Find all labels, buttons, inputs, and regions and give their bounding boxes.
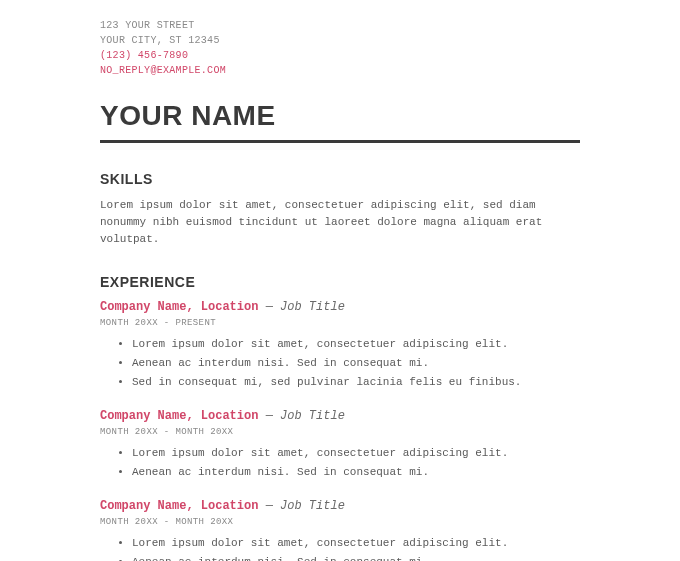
entry-company: Company Name, Location xyxy=(100,300,258,314)
contact-phone: (123) 456-7890 xyxy=(100,48,580,63)
experience-section: EXPERIENCE Company Name, Location — Job … xyxy=(100,274,580,561)
entry-company: Company Name, Location xyxy=(100,499,258,513)
entry-job-title: Job Title xyxy=(280,499,345,513)
bullet-item: Lorem ipsum dolor sit amet, consectetuer… xyxy=(132,535,580,552)
entry-dash: — xyxy=(258,499,280,513)
entry-dates: MONTH 20XX - MONTH 20XX xyxy=(100,517,580,527)
skills-section: SKILLS Lorem ipsum dolor sit amet, conse… xyxy=(100,171,580,248)
entry-bullets: Lorem ipsum dolor sit amet, consectetuer… xyxy=(100,535,580,561)
experience-entry: Company Name, Location — Job Title MONTH… xyxy=(100,409,580,481)
contact-block: 123 YOUR STREET YOUR CITY, ST 12345 (123… xyxy=(100,18,580,78)
skills-title: SKILLS xyxy=(100,171,580,187)
entry-bullets: Lorem ipsum dolor sit amet, consectetuer… xyxy=(100,336,580,391)
entry-bullets: Lorem ipsum dolor sit amet, consectetuer… xyxy=(100,445,580,481)
name-rule xyxy=(100,140,580,143)
entry-job-title: Job Title xyxy=(280,409,345,423)
entry-dash: — xyxy=(258,409,280,423)
contact-email: NO_REPLY@EXAMPLE.COM xyxy=(100,63,580,78)
entry-header: Company Name, Location — Job Title xyxy=(100,300,580,314)
entry-company: Company Name, Location xyxy=(100,409,258,423)
bullet-item: Aenean ac interdum nisi. Sed in consequa… xyxy=(132,554,580,561)
bullet-item: Sed in consequat mi, sed pulvinar lacini… xyxy=(132,374,580,391)
bullet-item: Lorem ipsum dolor sit amet, consectetuer… xyxy=(132,445,580,462)
bullet-item: Aenean ac interdum nisi. Sed in consequa… xyxy=(132,355,580,372)
bullet-item: Aenean ac interdum nisi. Sed in consequa… xyxy=(132,464,580,481)
contact-city: YOUR CITY, ST 12345 xyxy=(100,33,580,48)
experience-entry: Company Name, Location — Job Title MONTH… xyxy=(100,499,580,561)
entry-dates: MONTH 20XX - MONTH 20XX xyxy=(100,427,580,437)
experience-title: EXPERIENCE xyxy=(100,274,580,290)
contact-street: 123 YOUR STREET xyxy=(100,18,580,33)
name-heading: YOUR NAME xyxy=(100,100,580,132)
entry-header: Company Name, Location — Job Title xyxy=(100,409,580,423)
experience-entry: Company Name, Location — Job Title MONTH… xyxy=(100,300,580,391)
entry-header: Company Name, Location — Job Title xyxy=(100,499,580,513)
entry-job-title: Job Title xyxy=(280,300,345,314)
skills-body: Lorem ipsum dolor sit amet, consectetuer… xyxy=(100,197,580,248)
entry-dash: — xyxy=(258,300,280,314)
entry-dates: MONTH 20XX - PRESENT xyxy=(100,318,580,328)
bullet-item: Lorem ipsum dolor sit amet, consectetuer… xyxy=(132,336,580,353)
